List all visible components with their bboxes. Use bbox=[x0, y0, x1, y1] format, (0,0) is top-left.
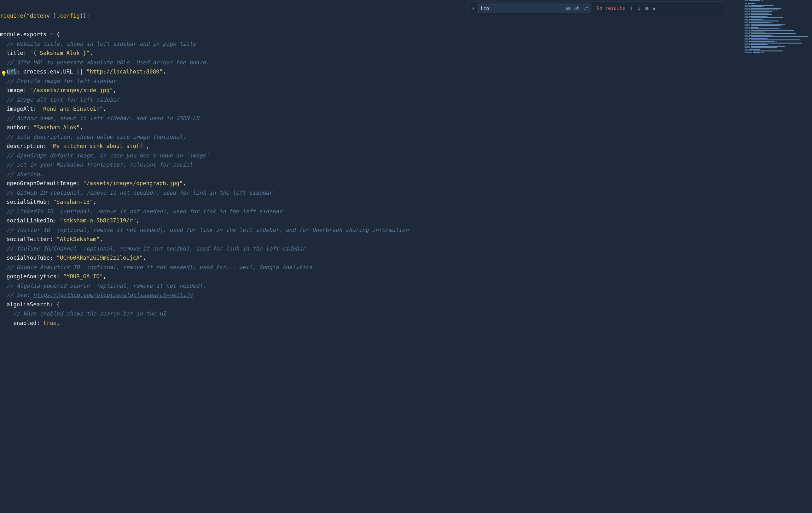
find-nav: ↑ ↓ ≡ bbox=[630, 5, 649, 12]
token: // Google Analytics ID (optional, remove… bbox=[0, 264, 312, 270]
code-line[interactable]: // YouTube ID/Channel (optional, remove … bbox=[0, 244, 812, 254]
token: enabled: bbox=[0, 320, 43, 326]
token-link[interactable]: http://localhost:8080 bbox=[90, 69, 160, 75]
token: "/assets/images/opengraph.jpg" bbox=[83, 180, 182, 186]
code-line[interactable]: // Twitter ID (optional, remove it not n… bbox=[0, 225, 812, 235]
code-line[interactable]: // GitHub ID (optional, remove it not ne… bbox=[0, 188, 812, 198]
token: require bbox=[0, 12, 23, 19]
code-line[interactable]: // Google Analytics ID (optional, remove… bbox=[0, 263, 812, 272]
token: , bbox=[93, 199, 96, 205]
code-line[interactable]: socialLinkedIn: "saksham-a-5b8b37119/r", bbox=[0, 216, 812, 225]
token: // Twitter ID (optional, remove it not n… bbox=[0, 227, 408, 233]
code-editor[interactable]: 💡 require("dotenv").config(); module.exp… bbox=[0, 0, 812, 513]
find-prev-button[interactable]: ↑ bbox=[630, 5, 633, 12]
code-line[interactable]: // LinkedIn ID (optional, remove it not … bbox=[0, 207, 812, 216]
code-line[interactable]: googleAnalytics: "YOUR_GA-ID", bbox=[0, 272, 812, 281]
code-line[interactable]: author: "Saksham Alok", bbox=[0, 123, 812, 133]
find-toggle-replace[interactable]: › bbox=[469, 2, 477, 15]
find-regex[interactable]: .* bbox=[582, 6, 589, 11]
token: "YOUR_GA-ID" bbox=[63, 273, 103, 279]
code-line[interactable]: socialTwitter: "AlokSaksham", bbox=[0, 235, 812, 244]
find-selection-icon[interactable]: ≡ bbox=[645, 5, 649, 12]
token: // When enabled shows the search bar in … bbox=[0, 310, 166, 317]
token: description: bbox=[0, 143, 50, 149]
token: // OpenGraph default image, in case you … bbox=[0, 153, 209, 159]
token: , bbox=[143, 254, 146, 261]
code-line[interactable]: // Site description, shown below site im… bbox=[0, 133, 812, 142]
find-input[interactable] bbox=[480, 5, 564, 11]
code-line[interactable]: // OpenGraph default image, in case you … bbox=[0, 151, 812, 161]
token: "/assets/images/side.jpg" bbox=[30, 87, 113, 93]
code-line[interactable]: module.exports = { bbox=[0, 30, 812, 39]
token: // Image alt text for left sidebar bbox=[0, 97, 119, 103]
token: // YouTube ID/Channel (optional, remove … bbox=[0, 245, 306, 252]
token: "{ Saksham Alok }" bbox=[30, 50, 90, 56]
token: module bbox=[0, 31, 20, 38]
token: // Site description, shown below site im… bbox=[0, 134, 186, 140]
code-line[interactable]: title: "{ Saksham Alok }", bbox=[0, 49, 812, 58]
code-line[interactable]: url: process.env.URL || "http://localhos… bbox=[0, 67, 812, 77]
code-line[interactable]: // Site URL to generate absolute URLs. U… bbox=[0, 58, 812, 68]
token: "dotenv" bbox=[27, 12, 53, 19]
token: socialYouTube: bbox=[0, 254, 56, 261]
token: exports bbox=[23, 31, 47, 37]
token: socialTwitter: bbox=[0, 236, 56, 242]
token: image: bbox=[0, 87, 30, 93]
token: " bbox=[86, 69, 90, 75]
code-line[interactable]: // Algolia-powered search (optional, rem… bbox=[0, 281, 812, 291]
find-close-button[interactable]: ✕ bbox=[649, 5, 660, 12]
token: , bbox=[103, 273, 107, 279]
code-line[interactable]: // Image alt text for left sidebar bbox=[0, 95, 812, 105]
token-link[interactable]: https://github.com/algolia/algoliasearch… bbox=[33, 292, 193, 298]
token: , bbox=[136, 217, 140, 224]
token: " bbox=[160, 69, 163, 75]
token: , bbox=[113, 87, 116, 93]
code-line[interactable]: image: "/assets/images/side.jpg", bbox=[0, 86, 812, 95]
chevron-right-icon: › bbox=[471, 5, 475, 11]
token: openGraphDefaultImage: bbox=[0, 180, 83, 186]
token: : process.env.URL || bbox=[17, 69, 86, 75]
code-line[interactable]: // Author name, shown in left sidebar, a… bbox=[0, 114, 812, 124]
token: googleAnalytics: bbox=[0, 273, 63, 279]
token: // sharing. bbox=[0, 171, 43, 177]
code-line[interactable]: // sharing. bbox=[0, 170, 812, 179]
code-line[interactable] bbox=[0, 21, 812, 30]
code-line[interactable]: socialYouTube: "UCH60RRaY2GI9m62z1loLjcA… bbox=[0, 253, 812, 263]
code-line[interactable]: description: "My kitchen sink about stuf… bbox=[0, 142, 812, 151]
find-next-button[interactable]: ↓ bbox=[637, 5, 641, 12]
token: algoliaSearch: { bbox=[0, 301, 60, 307]
token: // Site URL to generate absolute URLs. U… bbox=[0, 59, 209, 65]
code-line[interactable]: imageAlt: "René and Einstein", bbox=[0, 104, 812, 114]
code-line[interactable]: // set in your Markdown frontmatter; rel… bbox=[0, 160, 812, 170]
token: . bbox=[56, 12, 60, 19]
token: "Saksham-13" bbox=[53, 199, 93, 205]
token: title: bbox=[0, 50, 30, 56]
code-line[interactable]: openGraphDefaultImage: "/assets/images/o… bbox=[0, 179, 812, 188]
code-line[interactable]: socialGitHub: "Saksham-13", bbox=[0, 197, 812, 207]
token: imageAlt: bbox=[0, 106, 40, 112]
token: config bbox=[60, 12, 80, 19]
code-line[interactable]: algoliaSearch: { bbox=[0, 300, 812, 309]
token: socialLinkedIn: bbox=[0, 217, 60, 224]
minimap[interactable]: (function(){ var mm = document.currentSc… bbox=[743, 0, 812, 88]
find-match-word[interactable]: ab bbox=[573, 5, 580, 11]
code-line[interactable]: // Profile image for left sidebar bbox=[0, 77, 812, 86]
token: , bbox=[99, 236, 103, 242]
lightbulb-icon[interactable]: 💡 bbox=[1, 71, 7, 77]
code-line[interactable]: enabled: true, bbox=[0, 319, 812, 328]
token: ) bbox=[53, 12, 57, 19]
token: author: bbox=[0, 124, 33, 131]
token: "UCH60RRaY2GI9m62z1loLjcA" bbox=[56, 254, 143, 261]
token: . bbox=[20, 31, 23, 37]
code-line[interactable]: // When enabled shows the search bar in … bbox=[0, 309, 812, 319]
token: , bbox=[80, 124, 83, 131]
token: , bbox=[89, 50, 93, 56]
token: // See: bbox=[0, 292, 33, 298]
token: // Profile image for left sidebar bbox=[0, 78, 116, 84]
find-input-container: Aa ab .* bbox=[477, 3, 591, 13]
code-line[interactable]: // Website title, shown in left sidebar … bbox=[0, 39, 812, 49]
token: (); bbox=[80, 12, 90, 19]
find-match-case[interactable]: Aa bbox=[564, 6, 572, 11]
code-line[interactable]: // See: https://github.com/algolia/algol… bbox=[0, 291, 812, 300]
find-widget: › Aa ab .* No results ↑ ↓ ≡ ✕ bbox=[468, 1, 724, 15]
